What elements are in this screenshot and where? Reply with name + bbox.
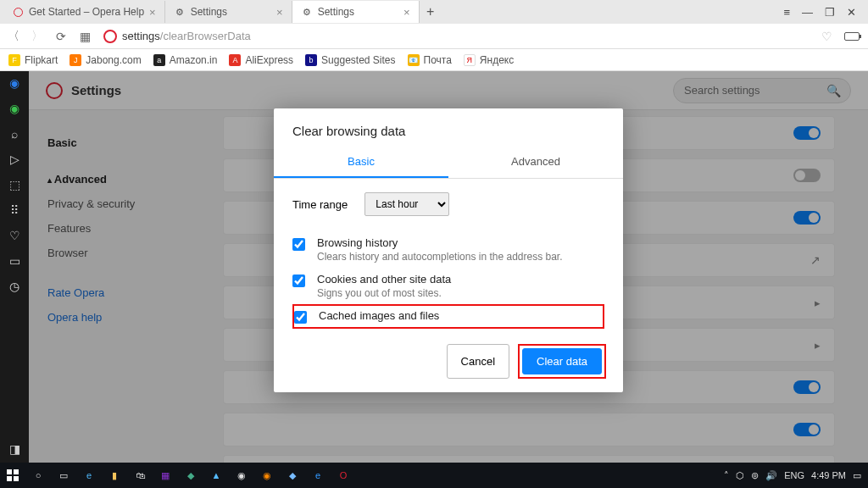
app-icon[interactable]: ◆: [280, 463, 305, 488]
clock[interactable]: 4:49 PM: [811, 470, 846, 480]
battery-icon[interactable]: [844, 32, 860, 41]
check-label: Cookies and other site data: [317, 273, 451, 286]
news-icon[interactable]: ▭: [9, 254, 20, 268]
clear-browsing-data-dialog: Clear browsing data Basic Advanced Time …: [274, 108, 623, 392]
side-panel: ◉ ◉ ⌕ ▷ ⬚ ⠿ ♡ ▭ ◷ ◨: [0, 71, 29, 463]
heart-icon[interactable]: ♡: [821, 30, 832, 43]
firefox-icon[interactable]: ◉: [254, 463, 280, 488]
address-text: settings/clearBrowserData: [122, 30, 251, 42]
svg-rect-3: [14, 476, 19, 481]
opera-icon: [103, 30, 117, 43]
check-browsing-history[interactable]: Browsing history Clears history and auto…: [292, 231, 604, 268]
bookmark-suggested[interactable]: bSuggested Sites: [305, 54, 395, 66]
bookmark-flipkart[interactable]: FFlipkart: [8, 54, 58, 66]
gear-icon: ⚙: [301, 6, 313, 18]
app-icon[interactable]: ▲: [203, 463, 229, 488]
chrome-icon[interactable]: ◉: [229, 463, 254, 488]
check-sub: Signs you out of most sites.: [317, 287, 451, 299]
maximize-icon[interactable]: ❐: [825, 6, 835, 19]
history-icon[interactable]: ◷: [9, 280, 19, 293]
bookmark-jabong[interactable]: JJabong.com: [70, 54, 141, 66]
new-tab-button[interactable]: +: [420, 4, 442, 19]
bookmark-amazon[interactable]: aAmazon.in: [153, 54, 218, 66]
tray-up-icon[interactable]: ˄: [724, 470, 729, 481]
forward-icon[interactable]: 〉: [29, 29, 46, 44]
close-icon[interactable]: ×: [276, 6, 283, 19]
window-titlebar: Get Started – Opera Help × ⚙ Settings × …: [0, 0, 868, 24]
nav-bar: 〈 〉 ⟳ ▦ settings/clearBrowserData ♡: [0, 24, 868, 49]
tab-strip: Get Started – Opera Help × ⚙ Settings × …: [3, 0, 775, 24]
check-label: Browsing history: [317, 236, 563, 249]
start-button[interactable]: [0, 463, 25, 488]
dialog-tabs: Basic Advanced: [274, 147, 623, 179]
heart-icon[interactable]: ♡: [9, 229, 20, 242]
svg-rect-1: [14, 469, 19, 474]
ie-icon[interactable]: e: [305, 463, 331, 488]
task-view-icon[interactable]: ▭: [51, 463, 76, 488]
bookmark-pochta[interactable]: 📧Почта: [408, 54, 452, 66]
check-label: Cached images and files: [319, 309, 439, 322]
volume-icon[interactable]: 🔊: [765, 470, 777, 481]
svg-rect-2: [7, 476, 12, 481]
lang-indicator[interactable]: ENG: [784, 470, 804, 480]
tray-icon[interactable]: ⬡: [736, 470, 744, 481]
dialog-tab-basic[interactable]: Basic: [274, 147, 448, 178]
checkbox[interactable]: [292, 238, 305, 251]
wifi-icon[interactable]: ⊚: [751, 470, 759, 481]
time-range-select[interactable]: Last hour: [364, 192, 449, 216]
close-icon[interactable]: ×: [403, 6, 410, 19]
dialog-tab-advanced[interactable]: Advanced: [448, 147, 623, 178]
app-icon[interactable]: ◆: [178, 463, 203, 488]
edge-icon[interactable]: e: [76, 463, 102, 488]
tab-label: Settings: [191, 6, 227, 18]
bookmark-yandex[interactable]: ЯЯндекс: [464, 54, 514, 66]
svg-rect-0: [7, 469, 12, 474]
tab-settings-2[interactable]: ⚙ Settings ×: [292, 1, 420, 23]
opera-icon[interactable]: O: [331, 463, 356, 488]
speed-dial-icon[interactable]: ▦: [76, 30, 93, 43]
check-cached[interactable]: Cached images and files: [292, 304, 604, 329]
tab-settings-1[interactable]: ⚙ Settings ×: [165, 1, 292, 23]
cancel-button[interactable]: Cancel: [447, 344, 509, 379]
cortana-icon[interactable]: ○: [25, 463, 51, 488]
checkbox[interactable]: [292, 274, 305, 287]
check-sub: Clears history and autocompletions in th…: [317, 251, 563, 263]
check-cookies[interactable]: Cookies and other site data Signs you ou…: [292, 268, 604, 304]
menu-icon[interactable]: ≡: [783, 6, 790, 19]
checkbox[interactable]: [294, 311, 307, 324]
explorer-icon[interactable]: ▮: [102, 463, 127, 488]
camera-icon[interactable]: ⬚: [9, 178, 20, 191]
windows-taskbar: ○ ▭ e ▮ 🛍 ▦ ◆ ▲ ◉ ◉ ◆ e O ˄ ⬡ ⊚ 🔊 ENG 4:…: [0, 463, 868, 488]
search-icon[interactable]: ⌕: [11, 127, 18, 141]
app-icon[interactable]: ▦: [153, 463, 178, 488]
opera-icon: [12, 6, 24, 18]
messenger-icon[interactable]: ◉: [9, 76, 19, 90]
play-icon[interactable]: ▷: [10, 152, 19, 166]
back-icon[interactable]: 〈: [5, 29, 22, 44]
whatsapp-icon[interactable]: ◉: [9, 102, 19, 115]
time-range-label: Time range: [292, 198, 348, 211]
tab-label: Get Started – Opera Help: [29, 6, 144, 18]
highlight-box: Clear data: [518, 344, 606, 379]
dialog-title: Clear browsing data: [274, 108, 623, 147]
clear-data-button[interactable]: Clear data: [522, 348, 602, 374]
window-controls: ≡ — ❐ ✕: [775, 6, 865, 19]
close-icon[interactable]: ×: [149, 6, 156, 19]
apps-icon[interactable]: ⠿: [10, 203, 19, 217]
close-window-icon[interactable]: ✕: [847, 6, 856, 19]
minimize-icon[interactable]: —: [802, 6, 813, 19]
reload-icon[interactable]: ⟳: [53, 30, 70, 43]
system-tray: ˄ ⬡ ⊚ 🔊 ENG 4:49 PM ▭: [724, 470, 868, 481]
gear-icon: ⚙: [174, 6, 186, 18]
expand-icon[interactable]: ◨: [9, 442, 20, 456]
address-bar[interactable]: settings/clearBrowserData: [100, 30, 815, 43]
notifications-icon[interactable]: ▭: [853, 470, 861, 481]
tab-help[interactable]: Get Started – Opera Help ×: [3, 1, 165, 23]
tab-label: Settings: [318, 6, 354, 18]
bookmarks-bar: FFlipkart JJabong.com aAmazon.in AAliExp…: [0, 49, 868, 71]
store-icon[interactable]: 🛍: [127, 463, 153, 488]
bookmark-aliexpress[interactable]: AAliExpress: [229, 54, 293, 66]
